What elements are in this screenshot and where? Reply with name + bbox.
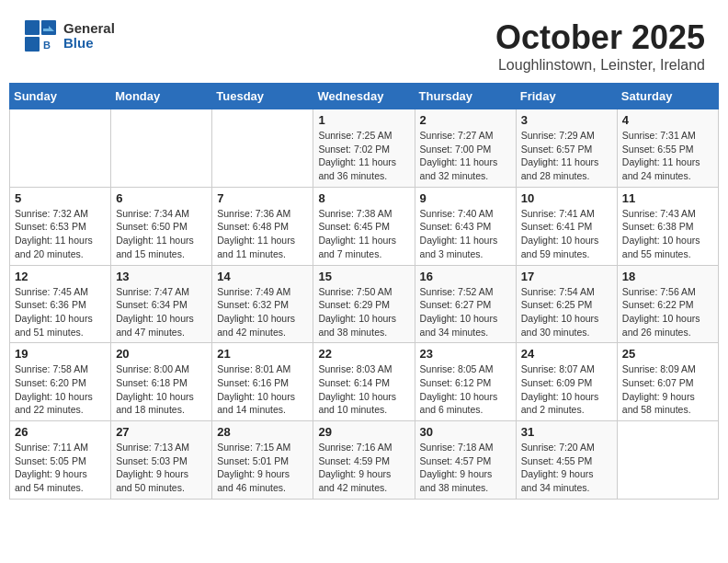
day-number: 5 xyxy=(15,191,106,205)
day-number: 16 xyxy=(420,270,511,283)
day-number: 13 xyxy=(116,270,207,283)
day-number: 10 xyxy=(521,191,612,205)
month-title: October 2025 xyxy=(495,18,705,57)
calendar: SundayMondayTuesdayWednesdayThursdayFrid… xyxy=(9,83,719,500)
day-number: 28 xyxy=(217,425,308,439)
svg-text:B: B xyxy=(43,40,51,51)
day-number: 8 xyxy=(318,191,409,205)
day-cell: 4Sunrise: 7:31 AM Sunset: 6:55 PM Daylig… xyxy=(617,109,718,188)
day-number: 20 xyxy=(116,347,207,361)
day-cell xyxy=(212,109,313,188)
day-cell: 27Sunrise: 7:13 AM Sunset: 5:03 PM Dayli… xyxy=(111,421,212,500)
logo-blue: Blue xyxy=(63,36,115,52)
day-number: 30 xyxy=(420,425,511,439)
day-cell: 29Sunrise: 7:16 AM Sunset: 4:59 PM Dayli… xyxy=(313,421,415,500)
day-number: 1 xyxy=(318,113,409,127)
day-number: 17 xyxy=(521,270,612,283)
day-cell: 23Sunrise: 8:05 AM Sunset: 6:12 PM Dayli… xyxy=(415,343,516,421)
day-number: 14 xyxy=(217,270,308,283)
logo: B General Blue xyxy=(23,18,115,53)
day-info: Sunrise: 7:32 AM Sunset: 6:53 PM Dayligh… xyxy=(15,207,106,261)
day-cell xyxy=(10,109,111,188)
day-cell: 3Sunrise: 7:29 AM Sunset: 6:57 PM Daylig… xyxy=(516,109,617,188)
day-cell: 9Sunrise: 7:40 AM Sunset: 6:43 PM Daylig… xyxy=(415,187,516,265)
day-number: 31 xyxy=(521,425,612,439)
day-info: Sunrise: 8:01 AM Sunset: 6:16 PM Dayligh… xyxy=(217,362,308,417)
day-number: 9 xyxy=(420,191,511,205)
weekday-header-sunday: Sunday xyxy=(10,84,111,109)
weekday-header-row: SundayMondayTuesdayWednesdayThursdayFrid… xyxy=(10,84,719,109)
svg-rect-6 xyxy=(43,29,49,31)
day-info: Sunrise: 7:45 AM Sunset: 6:36 PM Dayligh… xyxy=(15,285,106,339)
day-number: 4 xyxy=(622,113,713,127)
day-info: Sunrise: 7:41 AM Sunset: 6:41 PM Dayligh… xyxy=(521,207,612,261)
day-info: Sunrise: 7:47 AM Sunset: 6:34 PM Dayligh… xyxy=(116,285,207,339)
day-number: 27 xyxy=(116,425,207,439)
day-number: 22 xyxy=(318,347,409,361)
day-cell: 30Sunrise: 7:18 AM Sunset: 4:57 PM Dayli… xyxy=(415,421,516,500)
weekday-header-tuesday: Tuesday xyxy=(212,84,313,109)
day-info: Sunrise: 7:52 AM Sunset: 6:27 PM Dayligh… xyxy=(420,285,511,339)
location-title: Loughlinstown, Leinster, Ireland xyxy=(495,57,705,74)
day-cell: 14Sunrise: 7:49 AM Sunset: 6:32 PM Dayli… xyxy=(212,265,313,343)
calendar-header: SundayMondayTuesdayWednesdayThursdayFrid… xyxy=(10,84,719,109)
day-info: Sunrise: 7:58 AM Sunset: 6:20 PM Dayligh… xyxy=(15,362,106,417)
day-number: 18 xyxy=(622,270,713,283)
day-cell: 18Sunrise: 7:56 AM Sunset: 6:22 PM Dayli… xyxy=(617,265,718,343)
day-cell: 26Sunrise: 7:11 AM Sunset: 5:05 PM Dayli… xyxy=(10,421,111,500)
week-row-2: 5Sunrise: 7:32 AM Sunset: 6:53 PM Daylig… xyxy=(10,187,719,265)
logo-general: General xyxy=(63,21,115,37)
day-info: Sunrise: 7:29 AM Sunset: 6:57 PM Dayligh… xyxy=(521,129,612,183)
day-info: Sunrise: 7:20 AM Sunset: 4:55 PM Dayligh… xyxy=(521,441,612,495)
day-cell: 21Sunrise: 8:01 AM Sunset: 6:16 PM Dayli… xyxy=(212,343,313,421)
day-number: 26 xyxy=(15,425,106,439)
day-number: 2 xyxy=(420,113,511,127)
day-cell: 13Sunrise: 7:47 AM Sunset: 6:34 PM Dayli… xyxy=(111,265,212,343)
day-info: Sunrise: 7:56 AM Sunset: 6:22 PM Dayligh… xyxy=(622,285,713,339)
day-number: 11 xyxy=(622,191,713,205)
day-info: Sunrise: 7:15 AM Sunset: 5:01 PM Dayligh… xyxy=(217,441,308,495)
day-number: 6 xyxy=(116,191,207,205)
day-cell: 8Sunrise: 7:38 AM Sunset: 6:45 PM Daylig… xyxy=(313,187,415,265)
day-number: 25 xyxy=(622,347,713,361)
week-row-1: 1Sunrise: 7:25 AM Sunset: 7:02 PM Daylig… xyxy=(10,109,719,188)
day-cell: 1Sunrise: 7:25 AM Sunset: 7:02 PM Daylig… xyxy=(313,109,415,188)
day-cell: 20Sunrise: 8:00 AM Sunset: 6:18 PM Dayli… xyxy=(111,343,212,421)
day-number: 21 xyxy=(217,347,308,361)
day-info: Sunrise: 7:38 AM Sunset: 6:45 PM Dayligh… xyxy=(318,207,409,261)
day-cell xyxy=(617,421,718,500)
day-info: Sunrise: 8:05 AM Sunset: 6:12 PM Dayligh… xyxy=(420,362,511,417)
day-cell: 19Sunrise: 7:58 AM Sunset: 6:20 PM Dayli… xyxy=(10,343,111,421)
day-cell: 24Sunrise: 8:07 AM Sunset: 6:09 PM Dayli… xyxy=(516,343,617,421)
day-cell: 11Sunrise: 7:43 AM Sunset: 6:38 PM Dayli… xyxy=(617,187,718,265)
week-row-4: 19Sunrise: 7:58 AM Sunset: 6:20 PM Dayli… xyxy=(10,343,719,421)
day-cell: 2Sunrise: 7:27 AM Sunset: 7:00 PM Daylig… xyxy=(415,109,516,188)
logo-icon: B xyxy=(23,18,58,53)
day-info: Sunrise: 7:18 AM Sunset: 4:57 PM Dayligh… xyxy=(420,441,511,495)
day-number: 29 xyxy=(318,425,409,439)
day-cell: 5Sunrise: 7:32 AM Sunset: 6:53 PM Daylig… xyxy=(10,187,111,265)
day-info: Sunrise: 8:00 AM Sunset: 6:18 PM Dayligh… xyxy=(116,362,207,417)
day-number: 19 xyxy=(15,347,106,361)
day-number: 7 xyxy=(217,191,308,205)
weekday-header-wednesday: Wednesday xyxy=(313,84,415,109)
day-cell: 10Sunrise: 7:41 AM Sunset: 6:41 PM Dayli… xyxy=(516,187,617,265)
day-number: 24 xyxy=(521,347,612,361)
day-info: Sunrise: 8:07 AM Sunset: 6:09 PM Dayligh… xyxy=(521,362,612,417)
day-number: 3 xyxy=(521,113,612,127)
day-info: Sunrise: 7:16 AM Sunset: 4:59 PM Dayligh… xyxy=(318,441,409,495)
day-info: Sunrise: 7:43 AM Sunset: 6:38 PM Dayligh… xyxy=(622,207,713,261)
day-info: Sunrise: 7:34 AM Sunset: 6:50 PM Dayligh… xyxy=(116,207,207,261)
day-info: Sunrise: 7:49 AM Sunset: 6:32 PM Dayligh… xyxy=(217,285,308,339)
title-section: October 2025 Loughlinstown, Leinster, Ir… xyxy=(495,18,705,74)
header: B General Blue October 2025 Loughlinstow… xyxy=(9,9,719,78)
day-info: Sunrise: 7:11 AM Sunset: 5:05 PM Dayligh… xyxy=(15,441,106,495)
day-cell: 25Sunrise: 8:09 AM Sunset: 6:07 PM Dayli… xyxy=(617,343,718,421)
weekday-header-thursday: Thursday xyxy=(415,84,516,109)
day-cell: 7Sunrise: 7:36 AM Sunset: 6:48 PM Daylig… xyxy=(212,187,313,265)
weekday-header-monday: Monday xyxy=(111,84,212,109)
day-cell: 31Sunrise: 7:20 AM Sunset: 4:55 PM Dayli… xyxy=(516,421,617,500)
day-info: Sunrise: 7:50 AM Sunset: 6:29 PM Dayligh… xyxy=(318,285,409,339)
weekday-header-saturday: Saturday xyxy=(617,84,718,109)
day-cell: 17Sunrise: 7:54 AM Sunset: 6:25 PM Dayli… xyxy=(516,265,617,343)
